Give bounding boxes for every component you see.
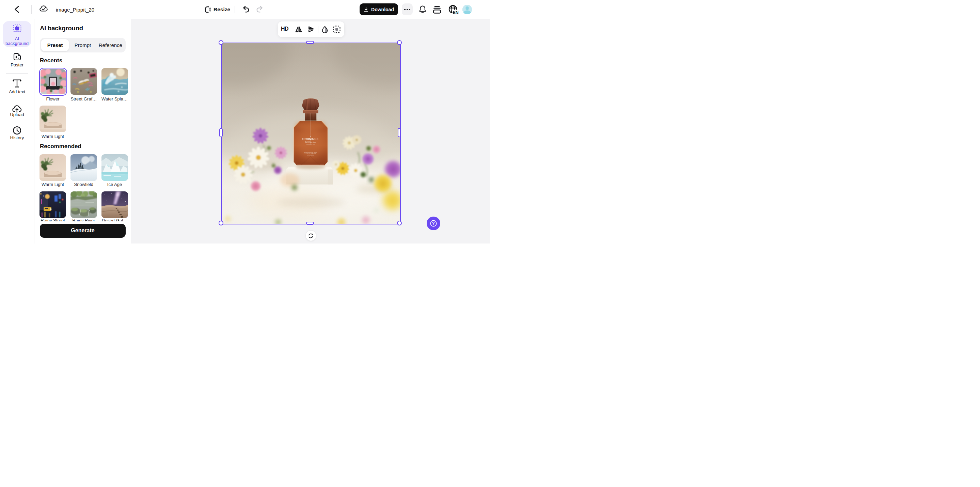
- svg-text:EN: EN: [453, 10, 459, 15]
